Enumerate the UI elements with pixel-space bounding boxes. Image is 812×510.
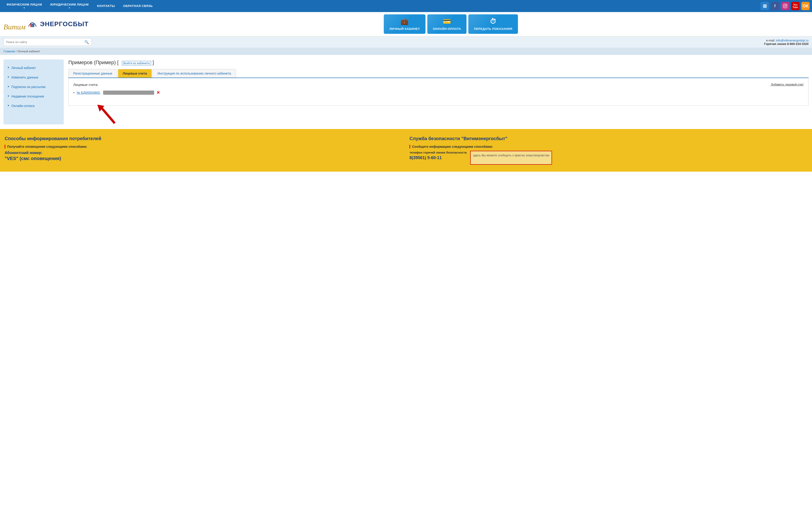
sidebar: Личный кабинет Изменить данные Подписка … [3, 60, 64, 124]
meter-icon: ⏱ [490, 18, 497, 25]
delete-account-button[interactable]: ✕ [156, 90, 160, 95]
nav-link-feedback[interactable]: ОБРАТНАЯ СВЯЗЬ [119, 4, 157, 8]
search-bar: 🔍 e-mail: info@vitimenergosbyt.ru Горяча… [0, 36, 812, 48]
add-account-link[interactable]: Добавить лицевой счет [771, 83, 804, 86]
submit-readings-button[interactable]: ⏱ ПЕРЕДАТЬ ПОКАЗАНИЯ [468, 14, 518, 34]
account-item: • № БД00004800, ✕ [73, 90, 804, 95]
footer-col-left: Способы информирования потребителей Полу… [5, 136, 403, 165]
svg-point-2 [786, 5, 786, 5]
nav-link-contacts[interactable]: КОНТАКТЫ [93, 4, 119, 8]
chevron-down-icon: ▾ [24, 7, 25, 9]
social-icons: ⊞ f YouTube ОК [760, 2, 810, 10]
sidebar-item-online-payment[interactable]: Онлайн-оплата [3, 101, 64, 111]
sidebar-item-recent[interactable]: Недавние посещения [3, 91, 64, 101]
logo-arc-icon [27, 18, 38, 29]
tab-instructions[interactable]: Инструкция по использованию личного каби… [152, 69, 236, 78]
footer-phone: 8(39561) 5-60-11 [409, 155, 467, 160]
svg-rect-4 [32, 24, 33, 27]
logo-energosbyt-text: ЭНЕРГОСБЫТ [40, 20, 89, 28]
facebook-icon[interactable]: f [771, 2, 779, 10]
search-input[interactable] [4, 39, 82, 45]
footer-report-box[interactable]: здесь Вы можете сообщить о фактах энерго… [470, 151, 552, 165]
page-header: Витим ЭНЕРГОСБЫТ 💼 ЛИЧНЫЙ КАБИНЕТ 💳 ОНЛА… [0, 12, 812, 36]
logo-vitim: Витим [3, 18, 38, 31]
tab-accounts[interactable]: Лицевые счета [118, 69, 152, 78]
breadcrumb: Главная / Личный кабинет [0, 48, 812, 55]
sidebar-item-change-data[interactable]: Изменить данные [3, 72, 64, 82]
account-name-blurred [103, 91, 154, 95]
footer-phone-block: телефон горячей линии безопасности 8(395… [409, 151, 467, 160]
content-area: Примеров (Пример) [ Выйти из кабинета ] … [68, 60, 809, 124]
accounts-panel: Добавить лицевой счет Лицевые счета: • №… [68, 78, 809, 106]
footer-col-right: Служба безопасности "Витимэнергосбыт" Со… [409, 136, 807, 165]
footer-right-title: Служба безопасности "Витимэнергосбыт" [409, 136, 807, 141]
card-icon: 💳 [443, 18, 451, 25]
account-number[interactable]: № БД00004800, [77, 91, 101, 94]
red-arrow-icon [96, 103, 124, 124]
search-form: 🔍 [3, 38, 91, 46]
youtube-icon[interactable]: YouTube [791, 2, 800, 10]
footer-left-title: Способы информирования потребителей [5, 136, 403, 141]
nav-link-individuals[interactable]: ФИЗИЧЕСКИМ ЛИЦАМ ▾ [2, 3, 46, 9]
footer-left-subtitle: Получайте оповещения следующими способам… [5, 145, 403, 148]
personal-cabinet-button[interactable]: 💼 ЛИЧНЫЙ КАБИНЕТ [384, 14, 426, 34]
footer-sms-label: "VES" (смс оповещения) [5, 156, 403, 161]
svg-line-6 [101, 107, 115, 123]
sidebar-item-cabinet[interactable]: Личный кабинет [3, 63, 64, 72]
hotline-info: Горячая линия 8-800-234-3320 [764, 42, 809, 46]
instagram-icon[interactable] [781, 2, 789, 10]
email-info: e-mail: info@vitimenergosbyt.ru [764, 39, 809, 42]
footer-right-subtitle: Сообщите информацию следующими способами… [409, 145, 807, 148]
svg-rect-5 [33, 24, 34, 27]
breadcrumb-current: Личный кабинет [18, 50, 40, 53]
sitemap-icon[interactable]: ⊞ [760, 2, 769, 10]
main-content: Личный кабинет Изменить данные Подписка … [0, 55, 812, 129]
annotation-arrow [96, 103, 809, 124]
tab-registration[interactable]: Регистрационные данные [68, 69, 117, 78]
header-action-buttons: 💼 ЛИЧНЫЙ КАБИНЕТ 💳 ОНЛАЙН-ОПЛАТА ⏱ ПЕРЕД… [93, 14, 809, 34]
logout-link[interactable]: Выйти из кабинета [122, 61, 151, 65]
footer-info: Способы информирования потребителей Полу… [0, 129, 812, 172]
top-navigation: ФИЗИЧЕСКИМ ЛИЦАМ ▾ ЮРИДИЧЕСКИМ ЛИЦАМ ▾ К… [0, 0, 812, 12]
online-payment-button[interactable]: 💳 ОНЛАЙН-ОПЛАТА [427, 14, 466, 34]
svg-rect-3 [30, 24, 31, 27]
search-button[interactable]: 🔍 [82, 38, 91, 46]
svg-point-1 [784, 5, 786, 7]
nav-links: ФИЗИЧЕСКИМ ЛИЦАМ ▾ ЮРИДИЧЕСКИМ ЛИЦАМ ▾ К… [2, 3, 760, 9]
footer-abonent-label: Абонентский номер: [5, 151, 403, 155]
contact-info: e-mail: info@vitimenergosbyt.ru Горячая … [764, 39, 809, 46]
footer-phone-label: телефон горячей линии безопасности [409, 151, 467, 154]
user-title: Примеров (Пример) [ Выйти из кабинета ] [68, 60, 809, 65]
chevron-down-icon: ▾ [69, 7, 70, 9]
accounts-heading: Лицевые счета: [73, 83, 804, 87]
sidebar-item-subscription[interactable]: Подписка на рассылки [3, 82, 64, 91]
svg-rect-0 [783, 4, 787, 8]
breadcrumb-home[interactable]: Главная [3, 50, 15, 53]
logo: Витим ЭНЕРГОСБЫТ [3, 18, 89, 31]
nav-link-legal[interactable]: ЮРИДИЧЕСКИМ ЛИЦАМ ▾ [46, 3, 93, 9]
account-tabs: Регистрационные данные Лицевые счета Инс… [68, 69, 809, 78]
odnoklassniki-icon[interactable]: ОК [801, 2, 810, 10]
email-link[interactable]: info@vitimenergosbyt.ru [776, 39, 809, 42]
briefcase-icon: 💼 [401, 18, 409, 25]
